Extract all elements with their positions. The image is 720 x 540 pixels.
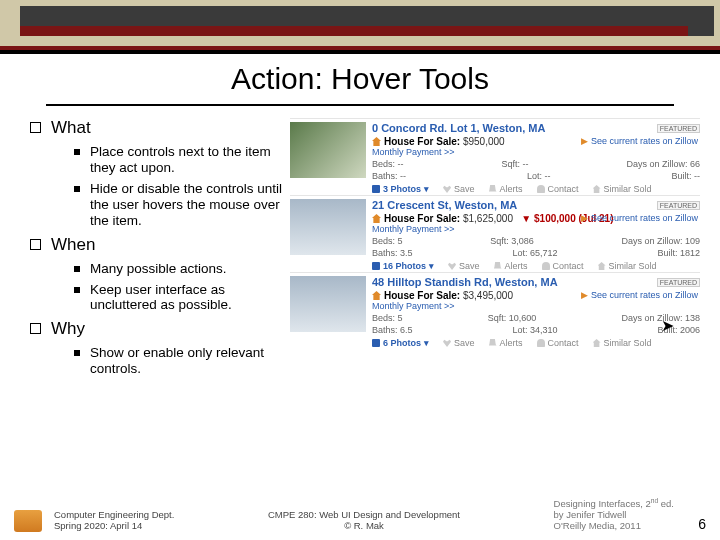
rates-link[interactable]: ▶ See current rates on Zillow xyxy=(581,213,698,223)
slide-title: Action: Hover Tools xyxy=(0,62,720,96)
photos-link[interactable]: 3 Photos ▾ xyxy=(372,184,429,194)
section-heading: What xyxy=(51,118,91,138)
alerts-tool[interactable]: Alerts xyxy=(494,261,528,271)
section-heading: Why xyxy=(51,319,85,339)
monthly-link[interactable]: Monthly Payment >> xyxy=(372,301,700,311)
photos-link[interactable]: 6 Photos ▾ xyxy=(372,338,429,348)
person-icon xyxy=(537,185,545,193)
section-heading: When xyxy=(51,235,95,255)
title-bar-decoration xyxy=(0,0,720,50)
listing-thumbnail xyxy=(290,122,366,178)
square-bullet-icon xyxy=(74,186,80,192)
listing-thumbnail xyxy=(290,276,366,332)
save-tool[interactable]: Save xyxy=(448,261,480,271)
heart-icon xyxy=(443,185,451,193)
bullet-text: Place controls next to the item they act… xyxy=(90,144,285,176)
bell-icon xyxy=(494,262,502,270)
alerts-tool[interactable]: Alerts xyxy=(489,184,523,194)
bullet-text: Show or enable only relevant controls. xyxy=(90,345,285,377)
outline-bullet-icon xyxy=(30,122,41,133)
outline-bullet-icon xyxy=(30,323,41,334)
hover-toolbar: 16 Photos ▾ Save Alerts Contact Similar … xyxy=(372,261,700,271)
camera-icon xyxy=(372,185,380,193)
similar-tool[interactable]: Similar Sold xyxy=(598,261,657,271)
bullet-text: Keep user interface as uncluttered as po… xyxy=(90,282,285,314)
footer-left: Computer Engineering Dept. Spring 2020: … xyxy=(54,510,174,532)
heart-icon xyxy=(443,339,451,347)
camera-icon xyxy=(372,262,380,270)
monthly-link[interactable]: Monthly Payment >> xyxy=(372,147,700,157)
hover-toolbar: 6 Photos ▾ Save Alerts Contact Similar S… xyxy=(372,338,700,348)
example-screenshot: FEATURED 0 Concord Rd. Lot 1, Weston, MA… xyxy=(290,118,700,349)
square-bullet-icon xyxy=(74,350,80,356)
content-column: What Place controls next to the item the… xyxy=(30,118,285,383)
house-icon xyxy=(372,291,381,300)
title-underline xyxy=(46,104,674,106)
listing-address[interactable]: 48 Hilltop Standish Rd, Weston, MA xyxy=(372,276,700,288)
section-why: Why Show or enable only relevant control… xyxy=(30,319,285,377)
section-when: When Many possible actions. Keep user in… xyxy=(30,235,285,314)
person-icon xyxy=(542,262,550,270)
square-bullet-icon xyxy=(74,287,80,293)
save-tool[interactable]: Save xyxy=(443,184,475,194)
contact-tool[interactable]: Contact xyxy=(537,184,579,194)
rates-link[interactable]: ▶ See current rates on Zillow xyxy=(581,136,698,146)
home-icon xyxy=(593,185,601,193)
featured-badge: FEATURED xyxy=(657,278,700,287)
listing-row: FEATURED 48 Hilltop Standish Rd, Weston,… xyxy=(290,272,700,349)
similar-tool[interactable]: Similar Sold xyxy=(593,184,652,194)
photos-link[interactable]: 16 Photos ▾ xyxy=(372,261,434,271)
save-tool[interactable]: Save xyxy=(443,338,475,348)
listing-address[interactable]: 0 Concord Rd. Lot 1, Weston, MA xyxy=(372,122,700,134)
slide: Action: Hover Tools What Place controls … xyxy=(0,0,720,540)
listing-address[interactable]: 21 Crescent St, Weston, MA xyxy=(372,199,700,211)
section-what: What Place controls next to the item the… xyxy=(30,118,285,229)
bell-icon xyxy=(489,339,497,347)
alerts-tool[interactable]: Alerts xyxy=(489,338,523,348)
listing-thumbnail xyxy=(290,199,366,255)
listing-row: FEATURED 21 Crescent St, Weston, MA Hous… xyxy=(290,195,700,272)
square-bullet-icon xyxy=(74,266,80,272)
page-number: 6 xyxy=(686,516,706,532)
bell-icon xyxy=(489,185,497,193)
contact-tool[interactable]: Contact xyxy=(542,261,584,271)
similar-tool[interactable]: Similar Sold xyxy=(593,338,652,348)
home-icon xyxy=(593,339,601,347)
listing-row: FEATURED 0 Concord Rd. Lot 1, Weston, MA… xyxy=(290,118,700,195)
house-icon xyxy=(372,214,381,223)
person-icon xyxy=(537,339,545,347)
camera-icon xyxy=(372,339,380,347)
contact-tool[interactable]: Contact xyxy=(537,338,579,348)
featured-badge: FEATURED xyxy=(657,124,700,133)
square-bullet-icon xyxy=(74,149,80,155)
bullet-text: Hide or disable the controls until the u… xyxy=(90,181,285,229)
monthly-link[interactable]: Monthly Payment >> xyxy=(372,224,700,234)
heart-icon xyxy=(448,262,456,270)
university-logo-icon xyxy=(14,510,42,532)
home-icon xyxy=(598,262,606,270)
footer-credits: Designing Interfaces, 2nd ed. by Jenifer… xyxy=(554,497,674,532)
slide-footer: Computer Engineering Dept. Spring 2020: … xyxy=(0,497,720,532)
house-icon xyxy=(372,137,381,146)
rates-link[interactable]: ▶ See current rates on Zillow xyxy=(581,290,698,300)
featured-badge: FEATURED xyxy=(657,201,700,210)
hover-toolbar: 3 Photos ▾ Save Alerts Contact Similar S… xyxy=(372,184,700,194)
footer-center: CMPE 280: Web UI Design and Development … xyxy=(186,510,541,532)
bullet-text: Many possible actions. xyxy=(90,261,227,277)
outline-bullet-icon xyxy=(30,239,41,250)
